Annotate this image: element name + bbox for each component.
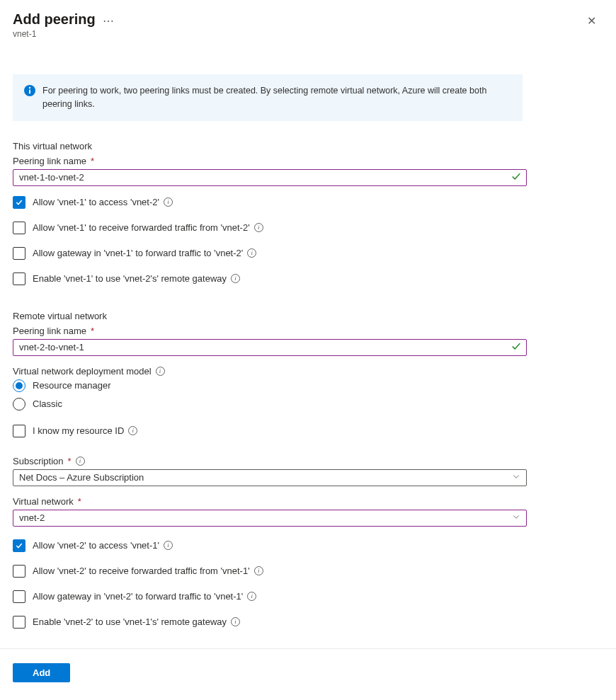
more-icon[interactable]: ⋯: [103, 13, 115, 27]
remote-peering-link-input[interactable]: [13, 339, 527, 356]
info-tooltip-icon[interactable]: i: [254, 223, 263, 232]
know-resource-id-checkbox[interactable]: [13, 425, 25, 437]
info-text: For peering to work, two peering links m…: [42, 84, 511, 111]
remote-use-remote-gateway-checkbox[interactable]: [13, 616, 25, 629]
remote-use-remote-gateway-label: Enable 'vnet-2' to use 'vnet-1's' remote…: [33, 616, 227, 627]
this-allow-forwarded-label: Allow 'vnet-1' to receive forwarded traf…: [33, 222, 250, 233]
page-title: Add peering: [13, 11, 96, 28]
model-classic-radio[interactable]: [13, 398, 25, 411]
model-resource-manager-label: Resource manager: [33, 380, 111, 391]
model-resource-manager-radio[interactable]: [13, 379, 25, 392]
chevron-down-icon: [512, 472, 520, 483]
close-button[interactable]: ✕: [587, 11, 603, 27]
svg-point-2: [29, 87, 30, 88]
subscription-select[interactable]: Net Docs – Azure Subscription: [13, 469, 527, 486]
this-peering-link-input[interactable]: [13, 169, 527, 186]
this-allow-access-label: Allow 'vnet-1' to access 'vnet-2': [33, 197, 159, 207]
remote-peering-link-label: Peering link name*: [13, 326, 603, 336]
info-tooltip-icon[interactable]: i: [247, 592, 256, 601]
svg-rect-1: [29, 90, 30, 94]
add-button[interactable]: Add: [13, 663, 70, 682]
info-tooltip-icon[interactable]: i: [128, 426, 137, 435]
this-allow-access-checkbox[interactable]: [13, 196, 25, 209]
remote-allow-gateway-checkbox[interactable]: [13, 590, 25, 603]
remote-allow-gateway-label: Allow gateway in 'vnet-2' to forward tra…: [33, 591, 243, 602]
info-tooltip-icon[interactable]: i: [76, 457, 85, 466]
remote-allow-access-label: Allow 'vnet-2' to access 'vnet-1': [33, 540, 159, 551]
remote-vnet-section-title: Remote virtual network: [13, 311, 603, 321]
page-subtitle: vnet-1: [13, 29, 115, 39]
this-allow-gateway-label: Allow gateway in 'vnet-1' to forward tra…: [33, 248, 243, 258]
this-peering-link-label: Peering link name*: [13, 156, 603, 166]
subscription-value: Net Docs – Azure Subscription: [19, 472, 144, 483]
remote-allow-access-checkbox[interactable]: [13, 539, 25, 552]
info-tooltip-icon[interactable]: i: [247, 248, 256, 258]
remote-allow-forwarded-label: Allow 'vnet-2' to receive forwarded traf…: [33, 566, 250, 576]
know-resource-id-label: I know my resource ID: [33, 425, 124, 436]
this-use-remote-gateway-label: Enable 'vnet-1' to use 'vnet-2's' remote…: [33, 273, 227, 284]
this-allow-forwarded-checkbox[interactable]: [13, 222, 25, 234]
info-tooltip-icon[interactable]: i: [254, 566, 263, 575]
this-vnet-section-title: This virtual network: [13, 141, 603, 151]
info-tooltip-icon[interactable]: i: [164, 541, 173, 550]
this-allow-gateway-checkbox[interactable]: [13, 247, 25, 260]
subscription-label: Subscription* i: [13, 456, 603, 466]
model-classic-label: Classic: [33, 398, 62, 409]
this-use-remote-gateway-checkbox[interactable]: [13, 272, 25, 285]
virtual-network-label: Virtual network*: [13, 496, 603, 507]
deployment-model-label: Virtual network deployment model i: [13, 366, 603, 377]
virtual-network-value: vnet-2: [19, 512, 45, 523]
virtual-network-select[interactable]: vnet-2: [13, 510, 527, 527]
chevron-down-icon: [512, 512, 520, 523]
info-tooltip-icon[interactable]: i: [231, 617, 240, 626]
info-tooltip-icon[interactable]: i: [164, 197, 173, 207]
remote-allow-forwarded-checkbox[interactable]: [13, 565, 25, 578]
info-banner: For peering to work, two peering links m…: [13, 74, 523, 121]
info-icon: [24, 85, 35, 96]
info-tooltip-icon[interactable]: i: [156, 367, 165, 376]
info-tooltip-icon[interactable]: i: [231, 274, 240, 283]
